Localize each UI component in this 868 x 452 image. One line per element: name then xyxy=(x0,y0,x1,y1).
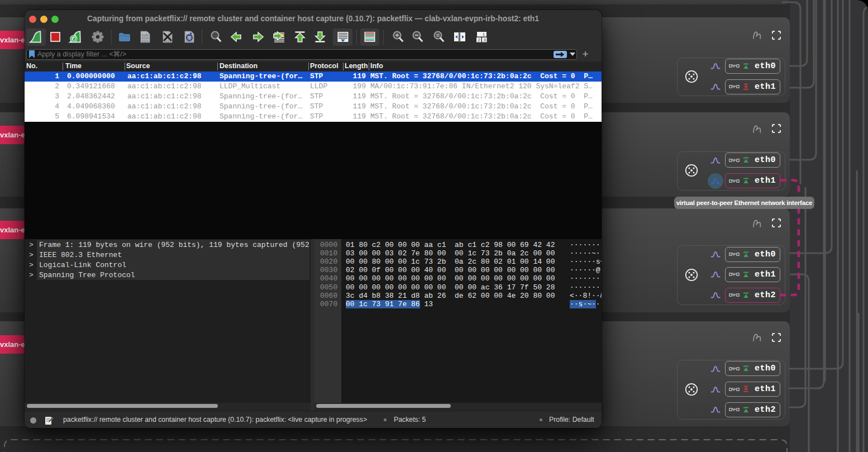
svg-text:3: 3 xyxy=(484,37,486,42)
svg-text:1: 1 xyxy=(483,32,485,37)
svg-text:2: 2 xyxy=(478,37,480,42)
svg-text:0111: 0111 xyxy=(142,40,149,43)
